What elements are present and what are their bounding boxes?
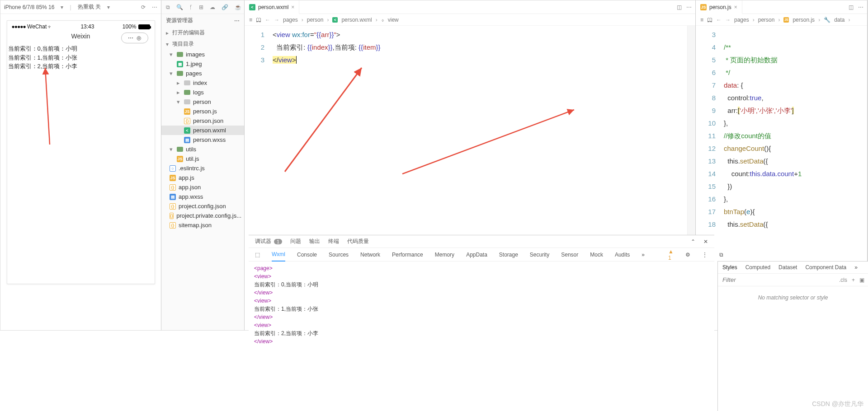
cup-icon[interactable]: ☕ <box>235 4 241 10</box>
tool-mock[interactable]: Mock <box>590 252 603 258</box>
breadcrumb[interactable]: ≡ 🕮 ← → pages› person› <person.wxml› ⬨vi… <box>245 14 695 26</box>
tree-item[interactable]: {}person.json <box>161 116 244 126</box>
open-editors-section[interactable]: ▸打开的编辑器 <box>161 27 244 38</box>
tree-item[interactable]: JSperson.js <box>161 107 244 116</box>
copy-icon[interactable]: ⧉ <box>166 4 170 10</box>
tool-memory[interactable]: Memory <box>435 252 454 258</box>
battery-icon <box>138 24 150 29</box>
gear-icon[interactable]: ⚙ <box>685 252 690 258</box>
close-icon[interactable]: ✕ <box>703 238 708 245</box>
tab-output[interactable]: 输出 <box>309 238 320 245</box>
tab-component-data[interactable]: Component Data <box>805 264 846 271</box>
tree-item[interactable]: ▾person <box>161 97 244 107</box>
explorer-toolbar: ⧉ 🔍 ᚶ ⊞ ☁ 🔗 ☕ <box>161 0 244 14</box>
more-icon[interactable]: ⋯ <box>234 18 240 24</box>
battery-label: 100% <box>123 23 137 30</box>
tab-terminal[interactable]: 终端 <box>328 238 339 245</box>
simulator-panel: iPhone 6/7/8 85% 16▾ | 热重载 关▾ ⟳ ⋯ ●●●●● … <box>0 0 161 330</box>
ext-icon[interactable]: ⊞ <box>199 4 203 10</box>
tree-item[interactable]: ▾utils <box>161 145 244 154</box>
tree-item[interactable]: ▾pages <box>161 69 244 78</box>
signal-icon: ●●●●● <box>12 23 26 30</box>
debugger-count-badge: 1 <box>274 239 282 244</box>
cloud-icon[interactable]: ☁ <box>210 4 215 10</box>
tool-appdata[interactable]: AppData <box>466 252 487 258</box>
cls-toggle[interactable]: .cls <box>839 277 847 283</box>
inspect-icon[interactable]: ⬚ <box>255 252 260 258</box>
tab-problems[interactable]: 问题 <box>290 238 301 245</box>
refresh-icon[interactable]: ⟳ <box>141 4 146 10</box>
explorer-panel: ⧉ 🔍 ᚶ ⊞ ☁ 🔗 ☕ 资源管理器⋯ ▸打开的编辑器 ▾项目目录 ▾imag… <box>161 0 245 330</box>
tree-item[interactable]: {}app.json <box>161 182 244 192</box>
tab-styles[interactable]: Styles <box>722 264 737 271</box>
more-icon[interactable]: ⋯ <box>686 4 692 10</box>
no-selector-message: No matching selector or style <box>718 286 868 309</box>
tree-item[interactable]: ▤app.wxss <box>161 192 244 201</box>
tool-storage[interactable]: Storage <box>499 252 518 258</box>
tree-item[interactable]: ▾images <box>161 50 244 59</box>
search-icon[interactable]: 🔍 <box>176 4 183 10</box>
menu-icon[interactable]: ⋮ <box>702 252 708 258</box>
expand-icon[interactable]: ⧉ <box>719 252 723 258</box>
wxml-tree[interactable]: <page> <view> 当前索引：0,当前项：小明 </view> <vie… <box>249 262 714 411</box>
tree-item[interactable]: ▸index <box>161 78 244 88</box>
tool-console[interactable]: Console <box>297 252 317 258</box>
split-icon[interactable]: ◫ <box>849 4 854 10</box>
warning-badge[interactable]: ▲ 1 <box>668 248 674 261</box>
more-icon[interactable]: » <box>642 252 645 258</box>
capsule-menu[interactable]: ⋯ ◎ <box>121 33 148 43</box>
add-icon[interactable]: + <box>852 277 855 283</box>
more-icon[interactable]: ⋯ <box>152 4 157 10</box>
breadcrumb[interactable]: ≡🕮←→ pages› person› JSperson.js› 🔧data› <box>696 14 867 26</box>
hot-reload-toggle[interactable]: 热重载 关 <box>78 3 101 11</box>
tree-item[interactable]: {}project.private.config.js... <box>161 211 244 220</box>
more-icon[interactable]: ⋯ <box>858 4 863 10</box>
bookmark-icon[interactable]: 🕮 <box>256 17 261 23</box>
tool-sensor[interactable]: Sensor <box>561 252 578 258</box>
carrier-label: WeChat <box>27 23 47 30</box>
split-icon[interactable]: ◫ <box>677 4 682 10</box>
tab-dataset[interactable]: Dataset <box>778 264 797 271</box>
tree-item[interactable]: ○.eslintrc.js <box>161 163 244 173</box>
simulator-toolbar: iPhone 6/7/8 85% 16▾ | 热重载 关▾ ⟳ ⋯ <box>0 0 161 14</box>
tab-person-js[interactable]: JSperson.js× <box>696 0 742 14</box>
chevron-up-icon[interactable]: ⌃ <box>691 238 695 245</box>
pin-icon[interactable]: ▣ <box>859 277 864 283</box>
tool-sources[interactable]: Sources <box>329 252 349 258</box>
back-icon[interactable]: ← <box>265 17 270 23</box>
tab-computed[interactable]: Computed <box>745 264 770 271</box>
tree-item[interactable]: ▦1.jpeg <box>161 59 244 69</box>
watermark: CSDN @亦世凡华 <box>812 400 863 408</box>
debugger-panel: 调试器1 问题 输出 终端 代码质量 ⌃ ✕ ⬚ Wxml Console So… <box>249 235 714 411</box>
tool-audits[interactable]: Audits <box>615 252 630 258</box>
tool-network[interactable]: Network <box>360 252 380 258</box>
explorer-title: 资源管理器 <box>166 17 193 24</box>
more-icon[interactable]: » <box>854 264 858 271</box>
link-icon[interactable]: 🔗 <box>222 4 228 10</box>
tab-debugger[interactable]: 调试器 <box>255 238 271 245</box>
fwd-icon[interactable]: → <box>274 17 279 23</box>
tree-item[interactable]: <person.wxml <box>161 126 244 135</box>
tab-quality[interactable]: 代码质量 <box>347 238 369 245</box>
close-icon[interactable]: × <box>734 4 737 10</box>
tree-item[interactable]: {}sitemap.json <box>161 220 244 230</box>
tree-item[interactable]: JSapp.js <box>161 173 244 182</box>
tool-wxml[interactable]: Wxml <box>272 248 285 262</box>
list-icon[interactable]: ≡ <box>249 17 252 23</box>
project-dir-section[interactable]: ▾项目目录 <box>161 38 244 50</box>
tool-security[interactable]: Security <box>530 252 549 258</box>
tree-item[interactable]: JSutil.js <box>161 154 244 163</box>
device-selector[interactable]: iPhone 6/7/8 85% 16 <box>4 4 54 10</box>
phone-preview: ●●●●● WeChat ᯤ 13:43 100% Weixin ⋯ ◎ 当前索… <box>7 20 155 284</box>
git-icon[interactable]: ᚶ <box>189 4 193 10</box>
tree-item[interactable]: ▤person.wxss <box>161 135 244 145</box>
close-icon[interactable]: × <box>291 4 294 10</box>
styles-panel: Styles Computed Dataset Component Data »… <box>717 261 868 411</box>
tree-item[interactable]: ▸logs <box>161 88 244 97</box>
filter-input[interactable] <box>718 274 835 286</box>
tool-performance[interactable]: Performance <box>392 252 423 258</box>
tree-item[interactable]: {}project.config.json <box>161 201 244 211</box>
time-label: 13:43 <box>80 23 94 30</box>
tab-person-wxml[interactable]: <person.wxml× <box>245 0 299 14</box>
page-content: 当前索引：0,当前项：小明 当前索引：1,当前项：小张 当前索引：2,当前项：小… <box>7 44 155 71</box>
